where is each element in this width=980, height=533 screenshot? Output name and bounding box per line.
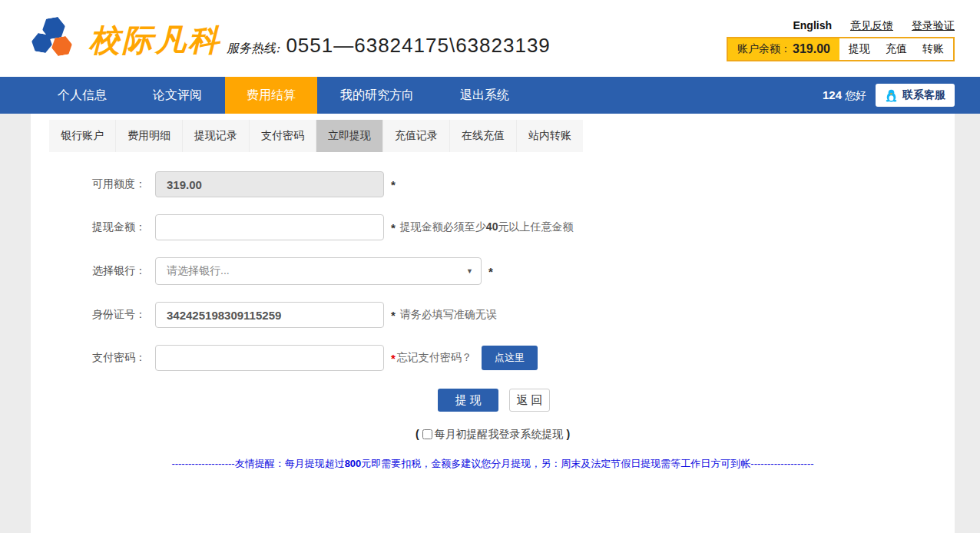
row-withdraw-amount: 提现金额： * 提现金额必须至少40元以上任意金额	[31, 214, 955, 240]
friendly-notice: -------------------友情提醒：每月提现超过800元即需要扣税，…	[31, 457, 955, 471]
logo-text: 校际凡科	[89, 19, 221, 61]
required-mark: *	[391, 178, 396, 191]
bank-select-value: 请选择银行...	[167, 264, 230, 278]
main-navbar: 个人信息 论文评阅 费用结算 我的研究方向 退出系统 124您好 联系客服	[0, 77, 980, 114]
row-available-credit: 可用额度： *	[31, 171, 955, 197]
row-id-number: 身份证号： * 请务必填写准确无误	[31, 302, 955, 328]
greeting-text: 您好	[845, 89, 866, 101]
page-header: 校际凡科 服务热线: 0551—63824175\63823139 Englis…	[0, 0, 980, 77]
user-greeting: 124您好	[823, 88, 866, 103]
link-english[interactable]: English	[793, 19, 832, 33]
contact-service-button[interactable]: 联系客服	[876, 84, 955, 107]
required-mark-red: *	[391, 352, 396, 365]
withdraw-form: 可用额度： * 提现金额： * 提现金额必须至少40元以上任意金额 选择银行： …	[31, 171, 955, 471]
tab-fee-detail[interactable]: 费用明细	[116, 120, 183, 152]
balance-action-recharge[interactable]: 充值	[886, 42, 907, 56]
withdraw-amount-hint: 提现金额必须至少40元以上任意金额	[400, 220, 574, 234]
withdraw-amount-label: 提现金额：	[31, 220, 155, 234]
tab-withdraw-now[interactable]: 立即提现	[316, 120, 383, 152]
account-balance-box: 账户余额： 319.00 提现 充值 转账	[727, 37, 955, 61]
balance-action-transfer[interactable]: 转账	[922, 42, 944, 56]
tab-pay-password[interactable]: 支付密码	[250, 120, 316, 152]
monthly-reminder-row: (每月初提醒我登录系统提现 )	[31, 428, 955, 442]
service-hotline: 服务热线: 0551—63824175\63823139	[227, 34, 551, 58]
available-credit-field	[155, 171, 384, 197]
link-feedback[interactable]: 意见反馈	[850, 19, 893, 33]
main-content: 银行账户 费用明细 提现记录 支付密码 立即提现 充值记录 在线充值 站内转账 …	[31, 114, 955, 533]
row-pay-password: 支付密码： * 忘记支付密码？ 点这里	[31, 345, 955, 371]
pay-password-field[interactable]	[155, 345, 384, 371]
nav-menu: 个人信息 论文评阅 费用结算 我的研究方向 退出系统	[35, 77, 532, 114]
withdraw-amount-field[interactable]	[155, 214, 384, 240]
nav-item-paper-review[interactable]: 论文评阅	[130, 77, 225, 114]
required-mark: *	[391, 221, 396, 234]
available-credit-label: 可用额度：	[31, 177, 155, 191]
forgot-password-hint: 忘记支付密码？	[397, 351, 472, 365]
hotline-number: 0551—63824175\63823139	[286, 34, 550, 58]
qq-penguin-icon	[885, 89, 898, 102]
tab-online-recharge[interactable]: 在线充值	[450, 120, 517, 152]
forgot-password-button[interactable]: 点这里	[482, 346, 538, 370]
top-links: English 意见反馈 登录验证	[793, 19, 955, 33]
tab-internal-transfer[interactable]: 站内转账	[517, 120, 583, 152]
nav-item-fee-settlement[interactable]: 费用结算	[225, 77, 317, 114]
back-button[interactable]: 返 回	[509, 389, 550, 412]
logo[interactable]: 校际凡科	[31, 18, 221, 62]
required-mark: *	[391, 309, 396, 322]
balance-actions: 提现 充值 转账	[839, 38, 953, 60]
balance-value: 319.00	[793, 42, 830, 56]
account-balance: 账户余额： 319.00	[728, 38, 839, 60]
nav-right: 124您好 联系客服	[823, 77, 955, 114]
form-actions: 提 现 返 回	[438, 389, 955, 412]
bank-select-dropdown[interactable]: 请选择银行... ▼	[155, 257, 482, 285]
required-mark: *	[488, 265, 493, 278]
id-number-label: 身份证号：	[31, 308, 155, 322]
user-id: 124	[823, 88, 842, 101]
tab-bank-account[interactable]: 银行账户	[49, 120, 116, 152]
id-number-field[interactable]	[155, 302, 384, 328]
hotline-label: 服务热线:	[227, 41, 280, 57]
nav-item-research-direction[interactable]: 我的研究方向	[317, 77, 437, 114]
monthly-reminder-checkbox[interactable]	[422, 429, 432, 439]
reminder-open-paren: (	[416, 428, 419, 440]
bank-select-label: 选择银行：	[31, 264, 155, 278]
row-bank-select: 选择银行： 请选择银行... ▼ *	[31, 257, 955, 285]
reminder-close-paren: )	[566, 428, 570, 440]
nav-item-personal-info[interactable]: 个人信息	[35, 77, 130, 114]
contact-service-label: 联系客服	[902, 88, 945, 102]
tab-recharge-records[interactable]: 充值记录	[383, 120, 450, 152]
withdraw-submit-button[interactable]: 提 现	[438, 389, 498, 412]
pay-password-label: 支付密码：	[31, 351, 155, 365]
link-login-verify[interactable]: 登录验证	[912, 19, 955, 33]
chevron-down-icon: ▼	[466, 267, 473, 275]
balance-action-withdraw[interactable]: 提现	[849, 42, 870, 56]
nav-item-logout[interactable]: 退出系统	[437, 77, 532, 114]
tab-withdraw-records[interactable]: 提现记录	[183, 120, 250, 152]
settlement-tabs: 银行账户 费用明细 提现记录 支付密码 立即提现 充值记录 在线充值 站内转账	[49, 120, 583, 152]
reminder-label: 每月初提醒我登录系统提现	[435, 428, 564, 440]
id-number-hint: 请务必填写准确无误	[400, 308, 497, 322]
logo-hexagons-icon	[31, 18, 75, 62]
balance-label: 账户余额：	[737, 42, 791, 56]
